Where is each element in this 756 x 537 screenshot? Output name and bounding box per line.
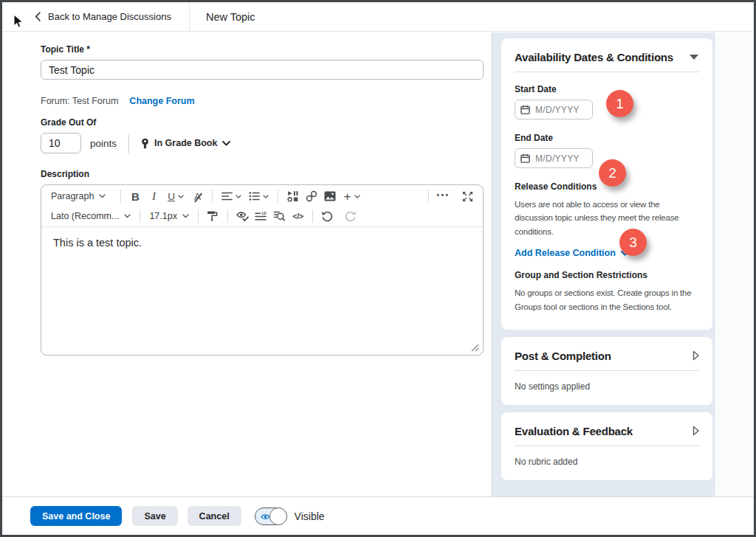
paragraph-style-dropdown[interactable]: Paragraph	[47, 187, 115, 205]
description-editor: Paragraph B I U A	[41, 184, 484, 356]
resize-handle[interactable]	[471, 344, 479, 352]
collapse-triangle-icon	[689, 54, 699, 60]
chevron-down-icon	[182, 214, 189, 218]
calendar-icon	[520, 153, 530, 163]
word-count-button[interactable]: 123	[252, 207, 270, 225]
redo-icon	[344, 210, 357, 222]
chevron-down-icon	[178, 195, 184, 198]
font-color-glyph: A	[194, 191, 201, 202]
panel-divider	[515, 72, 699, 72]
accessibility-check-icon	[236, 211, 249, 222]
panel-divider	[515, 370, 699, 371]
bold-glyph: B	[131, 190, 140, 203]
back-to-manage-discussions-link[interactable]: Back to Manage Discussions	[2, 2, 189, 31]
callout-badge-3: 3	[619, 229, 647, 256]
description-content-area[interactable]: This is a test topic.	[41, 226, 483, 355]
source-code-glyph: </>	[292, 212, 303, 221]
list-dropdown-button[interactable]	[244, 187, 272, 205]
accessibility-checker-button[interactable]	[233, 207, 252, 225]
mouse-cursor-icon	[13, 14, 24, 29]
font-color-button[interactable]: A	[188, 187, 207, 205]
font-size-dropdown[interactable]: 17.1px	[145, 207, 193, 225]
italic-button[interactable]: I	[145, 187, 163, 205]
calendar-icon	[520, 105, 530, 114]
undo-icon	[321, 210, 334, 222]
paragraph-style-value: Paragraph	[51, 191, 94, 201]
grade-points-input[interactable]	[41, 133, 81, 153]
release-conditions-description: Users are not able to access or view the…	[515, 198, 699, 238]
format-painter-button[interactable]	[204, 207, 222, 225]
group-restrictions-description: No groups or sections exist. Create grou…	[515, 286, 699, 313]
visibility-toggle[interactable]	[255, 507, 287, 525]
save-button[interactable]: Save	[132, 506, 177, 526]
chevron-left-icon	[35, 12, 41, 21]
redo-button[interactable]	[341, 207, 360, 225]
grade-out-of-label: Grade Out Of	[41, 117, 484, 128]
font-size-value: 17.1px	[149, 211, 177, 221]
toolbar-divider	[428, 190, 429, 203]
back-label: Back to Manage Discussions	[48, 11, 171, 22]
expand-triangle-icon	[693, 426, 699, 436]
alignment-dropdown-button[interactable]	[218, 187, 244, 205]
availability-panel-header[interactable]: Availability Dates & Conditions	[515, 51, 699, 63]
evaluation-feedback-panel-header[interactable]: Evaluation & Feedback	[515, 425, 699, 437]
italic-glyph: I	[152, 190, 156, 203]
evaluation-feedback-panel: Evaluation & Feedback No rubric added	[501, 412, 712, 480]
topic-title-input[interactable]	[41, 60, 484, 80]
grade-pin-icon	[141, 138, 149, 149]
toolbar-divider	[278, 190, 278, 203]
settings-sidebar: Availability Dates & Conditions Start Da…	[491, 32, 754, 496]
eye-icon	[261, 513, 270, 520]
underline-dropdown-button[interactable]: U	[163, 187, 188, 205]
expand-triangle-icon	[693, 350, 699, 361]
font-family-value: Lato (Recomm...	[51, 211, 119, 221]
insert-stuff-icon	[287, 190, 299, 202]
description-label: Description	[41, 169, 484, 179]
bold-button[interactable]: B	[126, 187, 145, 205]
change-forum-link[interactable]: Change Forum	[129, 96, 194, 106]
new-topic-page: Back to Manage Discussions New Topic Top…	[0, 0, 756, 537]
toolbar-divider	[198, 209, 199, 223]
insert-more-dropdown-button[interactable]: +	[339, 187, 365, 205]
post-completion-panel: Post & Completion No settings applied	[501, 337, 712, 405]
start-date-label: Start Date	[515, 84, 699, 94]
action-bar: Save and Close Save Cancel Visible	[2, 496, 754, 535]
grade-row: points In Grade Book	[41, 133, 484, 153]
plus-glyph: +	[344, 190, 351, 203]
word-count-icon: 123	[255, 211, 267, 222]
scrollbar-track[interactable]	[715, 32, 754, 496]
insert-stuff-button[interactable]	[284, 187, 302, 205]
preview-button[interactable]	[270, 207, 289, 225]
fullscreen-icon	[462, 191, 473, 202]
cancel-button[interactable]: Cancel	[188, 506, 241, 526]
source-code-button[interactable]: </>	[289, 207, 307, 225]
callout-badge-1: 1	[606, 90, 633, 117]
toolbar-divider	[227, 209, 228, 223]
in-grade-book-dropdown[interactable]: In Grade Book	[141, 138, 230, 149]
svg-text:123: 123	[261, 211, 267, 215]
overflow-menu-button[interactable]: •••	[434, 187, 453, 205]
toolbar-divider	[212, 190, 213, 203]
top-bar: Back to Manage Discussions New Topic	[2, 2, 754, 32]
evaluation-feedback-title: Evaluation & Feedback	[515, 425, 633, 437]
chevron-down-icon	[263, 195, 269, 198]
insert-link-button[interactable]	[302, 187, 320, 205]
underline-glyph: U	[168, 191, 175, 202]
toolbar-divider	[120, 190, 121, 203]
insert-image-button[interactable]	[320, 187, 339, 205]
post-completion-status: No settings applied	[515, 381, 699, 392]
post-completion-panel-header[interactable]: Post & Completion	[515, 350, 699, 362]
in-grade-book-label: In Grade Book	[154, 138, 217, 148]
grade-divider	[128, 134, 129, 153]
chevron-down-icon	[354, 195, 360, 198]
end-date-label: End Date	[515, 133, 699, 143]
topic-form: Topic Title * Forum: Test Forum Change F…	[2, 32, 491, 496]
forum-label: Forum: Test Forum	[41, 96, 118, 106]
fullscreen-button[interactable]	[458, 187, 477, 205]
font-family-dropdown[interactable]: Lato (Recomm...	[47, 207, 134, 225]
toolbar-divider	[312, 209, 313, 223]
save-and-close-button[interactable]: Save and Close	[30, 506, 122, 526]
add-release-condition-link[interactable]: Add Release Condition	[515, 248, 699, 258]
image-icon	[324, 191, 336, 201]
undo-button[interactable]	[318, 207, 337, 225]
